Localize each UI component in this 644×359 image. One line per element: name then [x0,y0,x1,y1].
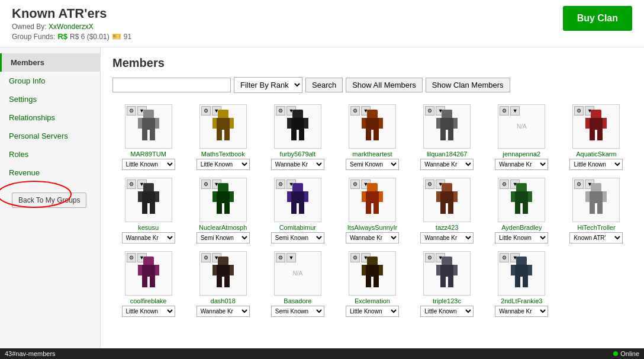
rank-select[interactable]: Little KnownWannabe KrSemi KnownKnown AT… [569,159,623,170]
member-card: ⚙ ▼ MathsTextbookLittle KnownWannabe KrS… [187,102,259,172]
member-avatar-box: ⚙ ▼ [199,251,247,296]
rank-select[interactable]: Little KnownWannabe KrSemi KnownKnown AT… [420,159,474,170]
rank-select[interactable]: Little KnownWannabe KrSemi KnownKnown AT… [197,306,250,317]
rank-select[interactable]: Little KnownWannabe KrSemi KnownKnown AT… [197,159,250,170]
member-name[interactable]: furby5679alt [280,150,316,158]
rank-select[interactable]: Little KnownWannabe KrSemi KnownKnown AT… [122,306,175,317]
rank-select[interactable]: Little KnownWannabe KrSemi KnownKnown AT… [122,232,175,243]
back-to-my-groups-button[interactable]: Back To My Groups [12,193,86,208]
filter-rank-select[interactable]: Filter By Rank Little Known Wannabe Kr S… [234,77,302,93]
buy-clan-button[interactable]: Buy Clan [563,6,632,31]
member-card: ⚙ ▼ MAR89TUMLittle KnownWannabe KrSemi K… [112,102,184,172]
search-bar: Filter By Rank Little Known Wannabe Kr S… [112,77,632,93]
rank-select[interactable]: Little KnownWannabe KrSemi KnownKnown AT… [197,232,250,243]
member-name[interactable]: AquaticSkarm [576,150,616,158]
gear-icon[interactable]: ⚙ [127,253,136,262]
member-name[interactable]: MAR89TUM [130,150,166,158]
sidebar-item-personal-servers[interactable]: Personal Servers [0,127,100,145]
rank-select[interactable]: Little KnownWannabe KrSemi KnownKnown AT… [569,232,623,243]
sidebar-item-group-info[interactable]: Group Info [0,72,100,90]
search-button[interactable]: Search [305,78,343,92]
member-name[interactable]: HiTechTroller [577,224,615,231]
gear-icon[interactable]: ⚙ [201,180,211,189]
gear-icon[interactable]: ⚙ [425,180,434,189]
member-avatar-box: ⚙ ▼ [572,178,620,222]
member-name[interactable]: Exclemation [355,297,390,304]
gear-icon[interactable]: ⚙ [500,106,509,116]
member-name[interactable]: Basadore [284,297,311,304]
member-name[interactable]: tazz423 [436,224,459,231]
member-name[interactable]: dash018 [211,297,236,304]
gear-icon[interactable]: ⚙ [276,253,285,262]
sidebar-item-revenue[interactable]: Revenue [0,164,100,182]
avatar-figure [360,183,384,217]
rank-select[interactable]: Little KnownWannabe KrSemi KnownKnown AT… [495,159,548,170]
member-name[interactable]: triple123c [433,297,461,304]
member-name[interactable]: NuclearAtmosph [199,224,247,231]
rank-select[interactable]: Little KnownWannabe KrSemi KnownKnown AT… [420,306,474,317]
member-name[interactable]: jennapenna2 [503,150,540,158]
rank-select[interactable]: Little KnownWannabe KrSemi KnownKnown AT… [346,159,399,170]
avatar-figure [510,257,533,291]
gear-icon[interactable]: ⚙ [574,180,584,189]
member-avatar-box: ⚙ ▼ [498,251,545,296]
arrow-icon[interactable]: ▼ [286,253,296,262]
body-layout: Members Group Info Settings Relationship… [0,47,644,348]
sidebar-item-settings[interactable]: Settings [0,90,100,108]
gear-icon[interactable]: ⚙ [201,106,211,116]
gear-icon[interactable]: ⚙ [276,106,285,116]
member-name[interactable]: coolfireblake [130,297,167,304]
member-card: ⚙ ▼ HiTechTrollerLittle KnownWannabe KrS… [561,175,632,246]
gear-icon[interactable]: ⚙ [350,106,360,116]
rank-select[interactable]: Little KnownWannabe KrSemi KnownKnown AT… [346,306,399,317]
sidebar-item-roles[interactable]: Roles [0,145,100,164]
member-avatar-box: ⚙ ▼ [572,104,620,149]
gear-icon[interactable]: ⚙ [127,106,136,116]
group-title: Known ATR'ers [12,6,131,21]
rank-select[interactable]: Little KnownWannabe KrSemi KnownKnown AT… [271,232,324,243]
gear-icon[interactable]: ⚙ [500,253,509,262]
member-card: ⚙ ▼ coolfireblakeLittle KnownWannabe KrS… [112,249,184,319]
member-avatar-box: ⚙ ▼ [125,251,172,296]
member-name[interactable]: 2ndLtFrankie3 [501,297,542,304]
gear-icon[interactable]: ⚙ [574,106,584,116]
avatar-figure [137,257,160,291]
rank-select[interactable]: Little KnownWannabe KrSemi KnownKnown AT… [420,232,474,243]
gear-icon[interactable]: ⚙ [276,180,285,189]
gear-icon[interactable]: ⚙ [425,253,434,262]
avatar-figure [137,110,160,144]
show-all-members-button[interactable]: Show All Members [346,78,423,92]
member-card: ⚙ ▼ tazz423Little KnownWannabe KrSemi Kn… [411,175,483,246]
member-name[interactable]: kesusu [138,224,159,231]
rank-select[interactable]: Little KnownWannabe KrSemi KnownKnown AT… [346,232,399,243]
show-clan-members-button[interactable]: Show Clan Members [426,78,510,92]
rank-select[interactable]: Little KnownWannabe KrSemi KnownKnown AT… [271,306,324,317]
sidebar-item-members[interactable]: Members [0,53,100,72]
arrow-icon[interactable]: ▼ [510,106,520,116]
gear-icon[interactable]: ⚙ [425,106,434,116]
member-name[interactable]: AydenBradley [501,224,542,231]
avatar-figure [360,110,384,144]
member-name[interactable]: marktheartest [352,150,392,158]
member-avatar-box: ⚙ ▼ [199,104,247,149]
rank-select[interactable]: Little KnownWannabe KrSemi KnownKnown AT… [271,159,324,170]
gear-icon[interactable]: ⚙ [500,180,509,189]
search-input[interactable] [112,78,231,92]
rank-select[interactable]: Little KnownWannabe KrSemi KnownKnown AT… [122,159,175,170]
member-name[interactable]: MathsTextbook [201,150,245,158]
rank-select[interactable]: Little KnownWannabe KrSemi KnownKnown AT… [495,232,548,243]
owner-link[interactable]: XxWonderzxX [49,23,94,31]
gear-icon[interactable]: ⚙ [350,253,360,262]
sidebar-item-relationships[interactable]: Relationships [0,108,100,127]
member-name[interactable]: Comitabimur [279,224,316,231]
rank-select[interactable]: Little KnownWannabe KrSemi KnownKnown AT… [495,306,548,317]
member-card: ⚙ ▼ furby5679altLittle KnownWannabe KrSe… [262,102,333,172]
gear-icon[interactable]: ⚙ [201,253,211,262]
robux-icon: R$ [57,32,67,41]
member-name[interactable]: lilquan184267 [427,150,468,158]
member-card: ⚙ ▼ AquaticSkarmLittle KnownWannabe KrSe… [561,102,632,172]
member-name[interactable]: ItsAlwaysSunnyIr [347,224,397,231]
gear-icon[interactable]: ⚙ [127,180,136,189]
gear-icon[interactable]: ⚙ [350,180,360,189]
member-card: ⚙ ▼ 2ndLtFrankie3Little KnownWannabe KrS… [486,249,558,319]
